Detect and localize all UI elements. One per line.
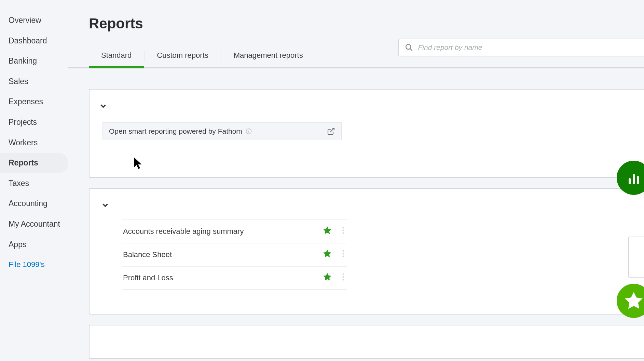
- sidebar-item-accounting[interactable]: Accounting: [0, 193, 68, 214]
- sidebar-item-projects[interactable]: Projects: [0, 112, 68, 133]
- row-menu-button[interactable]: [342, 250, 344, 260]
- svg-point-9: [343, 232, 344, 234]
- smart-reporting-label: Open smart reporting powered by Fathom: [109, 127, 242, 135]
- svg-marker-14: [323, 273, 331, 280]
- smart-reporting-button[interactable]: Open smart reporting powered by Fathom: [102, 122, 342, 140]
- sidebar-item-taxes[interactable]: Taxes: [0, 173, 68, 194]
- report-row-balance-sheet[interactable]: Balance Sheet: [122, 243, 347, 267]
- star-filled-icon: [323, 249, 332, 258]
- main-content: Reports Standard Custom reports Manageme…: [68, 0, 644, 361]
- svg-line-1: [410, 49, 412, 51]
- favorite-toggle[interactable]: [323, 226, 332, 237]
- svg-line-5: [330, 128, 334, 132]
- sidebar: Overview Dashboard Banking Sales Expense…: [0, 0, 68, 361]
- svg-point-4: [248, 130, 249, 130]
- section-smart-reporting: Open smart reporting powered by Fathom: [89, 89, 644, 178]
- svg-point-8: [343, 230, 344, 231]
- svg-marker-6: [323, 226, 331, 234]
- sidebar-item-dashboard[interactable]: Dashboard: [0, 31, 68, 51]
- favorite-toggle[interactable]: [323, 272, 332, 284]
- chevron-down-icon: [99, 102, 108, 110]
- star-filled-icon: [323, 272, 332, 282]
- search-box[interactable]: [398, 39, 644, 56]
- kebab-icon: [342, 226, 344, 235]
- external-link-icon: [327, 127, 335, 135]
- svg-point-12: [343, 253, 344, 255]
- content-area: Open smart reporting powered by Fathom A…: [68, 68, 644, 359]
- tabs-row: Standard Custom reports Management repor…: [68, 45, 644, 68]
- search-input[interactable]: [418, 43, 638, 52]
- report-name: Profit and Loss: [123, 273, 173, 282]
- chevron-down-icon: [101, 201, 110, 210]
- svg-point-11: [343, 250, 344, 252]
- info-icon: [246, 128, 252, 134]
- svg-point-16: [343, 276, 344, 278]
- side-panel-peek: [628, 237, 644, 278]
- section-favorites: Accounts receivable aging summary Balanc…: [89, 188, 644, 315]
- sidebar-item-banking[interactable]: Banking: [0, 51, 68, 71]
- svg-marker-10: [323, 250, 331, 257]
- report-list: Accounts receivable aging summary Balanc…: [122, 219, 347, 290]
- report-row-ar-aging[interactable]: Accounts receivable aging summary: [122, 219, 347, 243]
- svg-point-17: [343, 279, 344, 281]
- search-icon: [405, 43, 413, 52]
- collapse-toggle-section1[interactable]: [97, 100, 109, 112]
- row-menu-button[interactable]: [342, 273, 344, 283]
- favorite-toggle[interactable]: [323, 249, 332, 260]
- sidebar-item-workers[interactable]: Workers: [0, 133, 68, 153]
- sidebar-item-overview[interactable]: Overview: [0, 10, 68, 31]
- kebab-icon: [342, 273, 344, 281]
- sidebar-item-apps[interactable]: Apps: [0, 235, 68, 255]
- star-filled-icon: [323, 226, 332, 235]
- svg-point-13: [343, 256, 344, 257]
- sidebar-item-reports[interactable]: Reports: [0, 153, 68, 173]
- svg-point-15: [343, 273, 344, 275]
- sidebar-link-file-1099s[interactable]: File 1099's: [0, 255, 68, 275]
- report-row-profit-loss[interactable]: Profit and Loss: [122, 267, 347, 290]
- section-collapsed: [89, 325, 644, 359]
- bar-chart-icon: [626, 170, 642, 186]
- svg-point-0: [406, 44, 411, 49]
- tab-custom-reports[interactable]: Custom reports: [145, 45, 220, 67]
- tab-management-reports[interactable]: Management reports: [221, 45, 315, 67]
- sidebar-item-sales[interactable]: Sales: [0, 71, 68, 92]
- kebab-icon: [342, 250, 344, 258]
- report-name: Accounts receivable aging summary: [123, 227, 244, 236]
- tab-standard[interactable]: Standard: [89, 45, 144, 67]
- sidebar-item-expenses[interactable]: Expenses: [0, 92, 68, 112]
- star-filled-icon: [623, 290, 644, 311]
- svg-marker-21: [625, 292, 643, 309]
- sidebar-item-my-accountant[interactable]: My Accountant: [0, 214, 68, 235]
- svg-point-7: [343, 227, 344, 229]
- row-menu-button[interactable]: [342, 226, 344, 237]
- collapse-toggle-section2[interactable]: [99, 199, 111, 211]
- report-name: Balance Sheet: [123, 250, 172, 259]
